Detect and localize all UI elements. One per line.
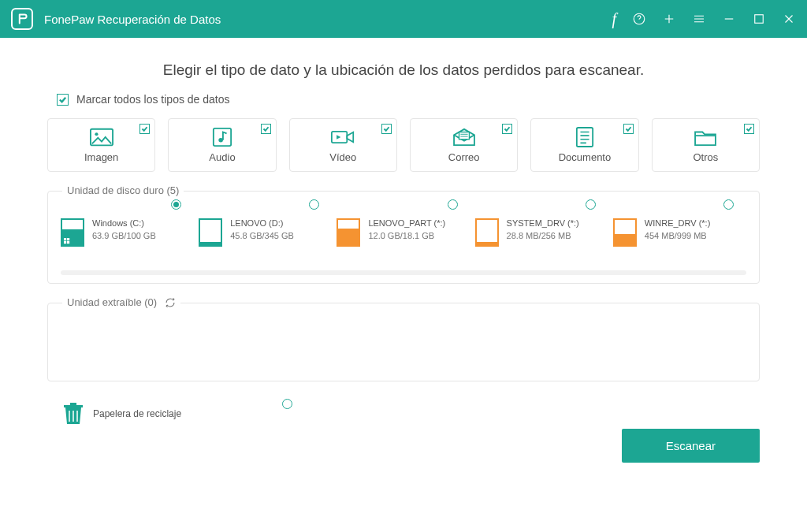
drive-radio[interactable] xyxy=(309,199,319,210)
drive-name: WINRE_DRV (*:) xyxy=(645,218,711,228)
svg-rect-7 xyxy=(459,132,469,139)
check-all-row[interactable]: Marcar todos los tipos de datos xyxy=(57,93,760,106)
drive-icon xyxy=(61,218,84,247)
drive-radio[interactable] xyxy=(448,199,458,210)
svg-rect-12 xyxy=(67,241,69,244)
removable-section: Unidad extraíble (0) xyxy=(47,303,760,381)
card-otros[interactable]: Otros xyxy=(652,118,760,172)
drive-size: 63.9 GB/100 GB xyxy=(92,231,156,240)
titlebar-controls: f xyxy=(612,10,796,28)
plus-icon[interactable] xyxy=(662,12,676,26)
card-documento[interactable]: Documento xyxy=(530,118,638,172)
folder-icon xyxy=(694,128,717,147)
audio-icon xyxy=(210,128,234,147)
document-icon xyxy=(573,128,597,147)
titlebar: FonePaw Recuperación de Datos f xyxy=(0,0,807,38)
drive-icon xyxy=(199,218,222,247)
drive-icon xyxy=(337,218,360,247)
hdd-section: Unidad de disco duro (5) Windows (C:) 63… xyxy=(47,191,760,284)
help-icon[interactable] xyxy=(632,12,646,26)
maximize-icon[interactable] xyxy=(752,12,766,26)
svg-rect-14 xyxy=(70,403,76,405)
svg-rect-10 xyxy=(67,238,69,240)
svg-point-3 xyxy=(95,132,98,136)
drive-d[interactable]: LENOVO (D:) 45.8 GB/345 GB xyxy=(199,214,332,270)
recycle-radio[interactable] xyxy=(282,399,292,409)
card-label: Imagen xyxy=(84,151,118,163)
drive-winre[interactable]: WINRE_DRV (*:) 454 MB/999 MB xyxy=(613,214,746,270)
drive-icon xyxy=(613,218,637,247)
drive-size: 28.8 MB/256 MB xyxy=(507,231,579,240)
card-correo[interactable]: Correo xyxy=(410,118,518,172)
trash-icon xyxy=(63,402,84,426)
drive-radio[interactable] xyxy=(171,199,181,210)
refresh-icon[interactable] xyxy=(165,297,176,308)
svg-rect-9 xyxy=(64,238,66,240)
card-label: Audio xyxy=(209,151,235,163)
drive-name: Windows (C:) xyxy=(92,218,156,228)
card-imagen[interactable]: Imagen xyxy=(47,118,155,172)
close-icon[interactable] xyxy=(782,12,796,26)
svg-rect-1 xyxy=(755,15,764,24)
drive-icon xyxy=(475,218,499,247)
image-icon xyxy=(90,128,113,147)
drive-part[interactable]: LENOVO_PART (*:) 12.0 GB/18.1 GB xyxy=(337,214,470,270)
drive-c[interactable]: Windows (C:) 63.9 GB/100 GB xyxy=(61,214,194,270)
app-logo xyxy=(11,8,33,30)
facebook-icon[interactable]: f xyxy=(612,10,616,28)
removable-section-title: Unidad extraíble (0) xyxy=(62,296,180,308)
drive-size: 454 MB/999 MB xyxy=(645,231,711,240)
mail-icon xyxy=(452,128,476,147)
card-label: Otros xyxy=(693,151,718,163)
drives-scrollbar[interactable] xyxy=(61,270,746,275)
menu-icon[interactable] xyxy=(692,12,706,26)
svg-rect-11 xyxy=(64,241,66,244)
drive-name: LENOVO_PART (*:) xyxy=(368,218,445,228)
app-title: FonePaw Recuperación de Datos xyxy=(44,13,221,26)
drive-sys[interactable]: SYSTEM_DRV (*:) 28.8 MB/256 MB xyxy=(475,214,608,270)
drive-name: SYSTEM_DRV (*:) xyxy=(507,218,579,228)
drive-size: 45.8 GB/345 GB xyxy=(230,231,294,240)
minimize-icon[interactable] xyxy=(722,12,736,26)
recycle-row[interactable]: Papelera de reciclaje xyxy=(47,402,760,426)
card-label: Vídeo xyxy=(329,151,356,163)
drive-radio[interactable] xyxy=(586,199,596,210)
check-all-label: Marcar todos los tipos de datos xyxy=(76,93,230,106)
svg-rect-13 xyxy=(64,405,83,407)
svg-rect-8 xyxy=(577,128,593,147)
drive-name: LENOVO (D:) xyxy=(230,218,294,228)
video-icon xyxy=(331,128,355,147)
drives-row: Windows (C:) 63.9 GB/100 GB LENOVO (D:) … xyxy=(56,209,751,270)
data-type-cards: Imagen Audio Vídeo Correo xyxy=(47,118,760,172)
drive-size: 12.0 GB/18.1 GB xyxy=(368,231,445,240)
card-label: Documento xyxy=(559,151,611,163)
card-video[interactable]: Vídeo xyxy=(289,118,397,172)
card-audio[interactable]: Audio xyxy=(168,118,276,172)
check-all-checkbox[interactable] xyxy=(57,94,69,106)
scan-button[interactable]: Escanear xyxy=(622,429,760,463)
page-heading: Elegir el tipo de dato y la ubicación de… xyxy=(47,61,760,79)
hdd-section-title: Unidad de disco duro (5) xyxy=(62,184,184,196)
drive-radio[interactable] xyxy=(723,199,734,210)
card-label: Correo xyxy=(448,151,480,163)
recycle-label: Papelera de reciclaje xyxy=(93,408,181,419)
